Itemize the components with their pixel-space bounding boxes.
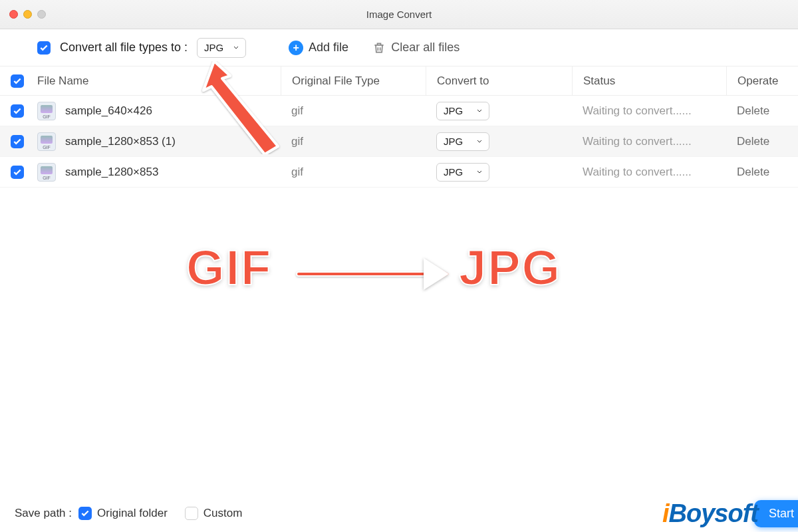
convert-all-label: Convert all file types to : [60, 41, 188, 55]
table-row: GIF sample_1280×853 (1) gif JPG Waiting … [0, 126, 798, 157]
check-icon [80, 509, 90, 518]
delete-button[interactable]: Delete [737, 104, 769, 118]
row-checkbox[interactable] [11, 104, 24, 118]
save-path-original-option[interactable]: Original folder [78, 507, 168, 520]
file-type-icon: GIF [37, 132, 56, 151]
delete-button[interactable]: Delete [737, 166, 769, 179]
status-text: Waiting to convert...... [583, 135, 692, 148]
row-format-value: JPG [444, 105, 463, 116]
original-folder-checkbox[interactable] [78, 507, 92, 520]
window-title: Image Convert [0, 9, 798, 20]
global-format-select[interactable]: JPG [197, 38, 246, 58]
file-type-icon: GIF [37, 163, 56, 182]
start-button[interactable]: Start [754, 500, 798, 527]
chevron-down-icon [475, 105, 483, 116]
clear-all-button[interactable]: Clear all files [372, 41, 460, 55]
check-icon [13, 137, 22, 146]
add-file-label: Add file [309, 41, 348, 55]
custom-folder-checkbox[interactable] [185, 507, 198, 520]
convert-all-checkbox[interactable] [37, 41, 51, 55]
check-icon [13, 106, 22, 116]
file-type-icon: GIF [37, 102, 56, 120]
file-name: sample_640×426 [65, 104, 152, 118]
status-text: Waiting to convert...... [583, 166, 692, 179]
original-type: gif [291, 104, 303, 118]
col-header-name: File Name [35, 74, 281, 88]
save-path-custom-option[interactable]: Custom [185, 507, 243, 520]
chevron-down-icon [475, 166, 483, 178]
col-header-original: Original File Type [281, 66, 426, 95]
table-row: GIF sample_1280×853 gif JPG Waiting to c… [0, 157, 798, 188]
trash-icon [372, 41, 386, 55]
row-format-select[interactable]: JPG [436, 163, 489, 182]
row-format-value: JPG [444, 136, 463, 147]
delete-button[interactable]: Delete [737, 135, 769, 148]
chevron-down-icon [232, 42, 240, 53]
row-format-value: JPG [444, 166, 463, 178]
check-icon [13, 168, 22, 177]
custom-folder-label: Custom [203, 507, 243, 520]
add-file-button[interactable]: + Add file [289, 41, 348, 55]
toolbar: Convert all file types to : JPG + Add fi… [0, 29, 798, 66]
check-icon [39, 43, 49, 53]
plus-icon: + [289, 41, 303, 55]
col-header-operate: Operate [726, 66, 798, 95]
original-folder-label: Original folder [97, 507, 168, 520]
table-header: File Name Original File Type Convert to … [0, 66, 798, 96]
row-checkbox[interactable] [11, 166, 24, 179]
start-label: Start [769, 507, 794, 520]
app-window: Image Convert Convert all file types to … [0, 0, 798, 532]
original-type: gif [291, 166, 303, 179]
status-text: Waiting to convert...... [583, 104, 692, 118]
table-row: GIF sample_640×426 gif JPG Waiting to co… [0, 96, 798, 126]
col-header-status: Status [572, 66, 726, 95]
original-type: gif [291, 135, 303, 148]
row-checkbox[interactable] [11, 135, 24, 148]
file-name: sample_1280×853 (1) [65, 135, 176, 148]
file-name: sample_1280×853 [65, 166, 158, 179]
row-format-select[interactable]: JPG [436, 132, 489, 151]
row-format-select[interactable]: JPG [436, 102, 489, 120]
check-icon [13, 76, 22, 86]
chevron-down-icon [475, 136, 483, 147]
titlebar: Image Convert [0, 0, 798, 29]
select-all-checkbox[interactable] [11, 74, 24, 88]
col-header-convert: Convert to [426, 66, 572, 95]
clear-all-label: Clear all files [391, 41, 460, 55]
save-path-label: Save path : [15, 507, 72, 520]
footer: Save path : Original folder Custom Start [0, 495, 798, 532]
global-format-value: JPG [204, 42, 223, 53]
